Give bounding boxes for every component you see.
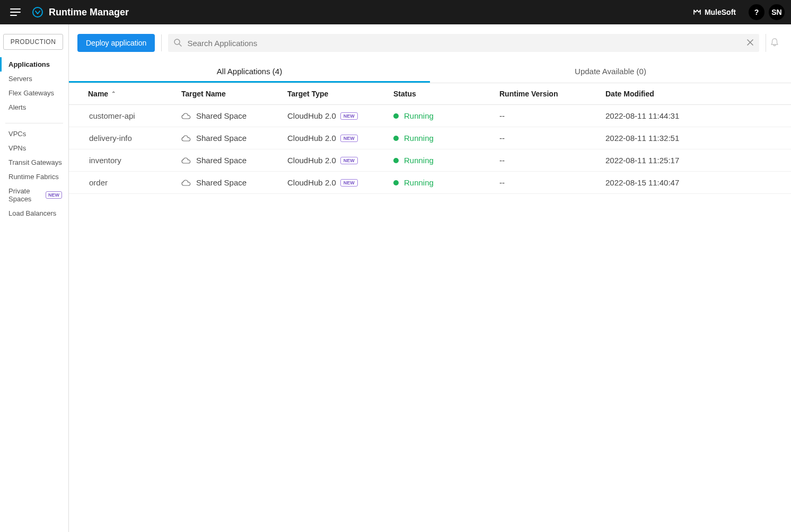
cell-target-type: CloudHub 2.0NEW — [281, 105, 387, 127]
new-badge: NEW — [340, 157, 358, 164]
status-text: Running — [404, 156, 434, 165]
status-dot-icon — [393, 136, 399, 141]
notifications-button[interactable] — [766, 34, 783, 52]
new-badge: NEW — [46, 191, 62, 199]
target-type-text: CloudHub 2.0 — [287, 111, 336, 120]
deploy-application-button[interactable]: Deploy application — [77, 34, 155, 52]
tab-all-applications[interactable]: All Applications (4) — [69, 61, 430, 83]
cell-name: order — [69, 172, 175, 194]
search-box[interactable] — [168, 34, 759, 52]
brand-label: MuleSoft — [705, 8, 736, 16]
cell-name: customer-api — [69, 105, 175, 127]
target-type-text: CloudHub 2.0 — [287, 178, 336, 187]
sidebar-item-applications[interactable]: Applications — [0, 57, 68, 72]
brand-link[interactable]: MuleSoft — [693, 8, 736, 17]
search-input[interactable] — [187, 39, 741, 48]
status-text: Running — [404, 111, 434, 120]
sidebar-group-networking: VPCs VPNs Transit Gateways Runtime Fabri… — [0, 127, 68, 226]
sidebar-item-servers[interactable]: Servers — [0, 72, 68, 86]
target-name-text: Shared Space — [196, 111, 247, 120]
sidebar-item-label: Flex Gateways — [8, 89, 54, 97]
table-header-row: Name ⌃ Target Name Target Type Status Ru… — [69, 83, 791, 105]
sidebar-item-label: Transit Gateways — [8, 158, 62, 166]
sidebar-item-label: VPCs — [8, 130, 26, 138]
cell-runtime-version: -- — [493, 172, 599, 194]
column-header-target-type[interactable]: Target Type — [281, 83, 387, 105]
cell-target-name: Shared Space — [175, 127, 281, 149]
cell-name: inventory — [69, 149, 175, 172]
new-badge: NEW — [340, 135, 358, 142]
cloud-icon — [181, 157, 191, 164]
cell-date-modified: 2022-08-15 11:40:47 — [599, 172, 791, 194]
help-button[interactable]: ? — [749, 4, 764, 20]
help-label: ? — [754, 8, 759, 16]
sidebar-item-vpns[interactable]: VPNs — [0, 141, 68, 155]
status-text: Running — [404, 178, 434, 187]
sidebar-item-label: Applications — [8, 60, 50, 68]
sidebar-separator — [5, 123, 63, 123]
column-header-target-name[interactable]: Target Name — [175, 83, 281, 105]
cell-target-type: CloudHub 2.0NEW — [281, 127, 387, 149]
sidebar-item-private-spaces[interactable]: Private Spaces NEW — [0, 184, 68, 206]
cloud-icon — [181, 135, 191, 141]
table-row[interactable]: inventoryShared SpaceCloudHub 2.0NEWRunn… — [69, 149, 791, 172]
cell-target-type: CloudHub 2.0NEW — [281, 149, 387, 172]
hamburger-icon — [10, 8, 21, 16]
svg-line-5 — [179, 44, 181, 46]
table-row[interactable]: delivery-infoShared SpaceCloudHub 2.0NEW… — [69, 127, 791, 149]
cell-runtime-version: -- — [493, 105, 599, 127]
cell-status: Running — [387, 127, 493, 149]
column-header-date-modified[interactable]: Date Modified — [599, 83, 791, 105]
cloud-icon — [181, 180, 191, 186]
target-name-text: Shared Space — [196, 178, 247, 187]
cell-date-modified: 2022-08-11 11:25:17 — [599, 149, 791, 172]
sort-ascending-icon: ⌃ — [111, 91, 116, 96]
main-panel: Deploy application — [69, 24, 791, 532]
status-dot-icon — [393, 158, 399, 163]
runtime-manager-logo-icon — [32, 6, 43, 18]
sidebar-item-vpcs[interactable]: VPCs — [0, 127, 68, 141]
app-brand[interactable]: Runtime Manager — [32, 6, 129, 18]
tabs: All Applications (4) Update Available (0… — [69, 61, 791, 83]
cell-target-name: Shared Space — [175, 172, 281, 194]
table-row[interactable]: customer-apiShared SpaceCloudHub 2.0NEWR… — [69, 105, 791, 127]
new-badge: NEW — [340, 179, 358, 187]
cell-status: Running — [387, 172, 493, 194]
target-type-text: CloudHub 2.0 — [287, 134, 336, 143]
cell-runtime-version: -- — [493, 127, 599, 149]
mule-icon — [693, 8, 701, 17]
user-avatar[interactable]: SN — [769, 4, 785, 20]
column-header-status[interactable]: Status — [387, 83, 493, 105]
search-icon — [173, 38, 182, 48]
cell-target-name: Shared Space — [175, 149, 281, 172]
status-dot-icon — [393, 113, 399, 119]
column-header-runtime-version[interactable]: Runtime Version — [493, 83, 599, 105]
sidebar-item-alerts[interactable]: Alerts — [0, 100, 68, 114]
column-header-name[interactable]: Name ⌃ — [69, 83, 175, 105]
sidebar-item-runtime-fabrics[interactable]: Runtime Fabrics — [0, 170, 68, 184]
tab-update-available[interactable]: Update Available (0) — [430, 61, 791, 83]
sidebar-item-label: Private Spaces — [8, 187, 42, 203]
column-label: Name — [88, 90, 108, 98]
cell-status: Running — [387, 149, 493, 172]
sidebar-item-transit-gateways[interactable]: Transit Gateways — [0, 155, 68, 170]
target-name-text: Shared Space — [196, 156, 247, 165]
sidebar-item-label: Runtime Fabrics — [8, 173, 59, 181]
topbar: Runtime Manager MuleSoft ? SN — [0, 0, 791, 24]
sidebar-item-flex-gateways[interactable]: Flex Gateways — [0, 86, 68, 100]
sidebar: PRODUCTION Applications Servers Flex Gat… — [0, 24, 69, 532]
divider — [161, 34, 162, 51]
target-name-text: Shared Space — [196, 134, 247, 143]
cell-status: Running — [387, 105, 493, 127]
environment-selector[interactable]: PRODUCTION — [3, 34, 63, 50]
sidebar-item-label: Alerts — [8, 103, 26, 111]
sidebar-item-label: VPNs — [8, 144, 26, 152]
cell-runtime-version: -- — [493, 149, 599, 172]
new-badge: NEW — [340, 112, 358, 120]
clear-search-button[interactable] — [746, 39, 754, 48]
sidebar-item-load-balancers[interactable]: Load Balancers — [0, 206, 68, 220]
hamburger-menu-button[interactable] — [6, 3, 24, 21]
sidebar-item-label: Servers — [8, 75, 32, 83]
user-initials: SN — [771, 8, 781, 16]
table-row[interactable]: orderShared SpaceCloudHub 2.0NEWRunning-… — [69, 172, 791, 194]
